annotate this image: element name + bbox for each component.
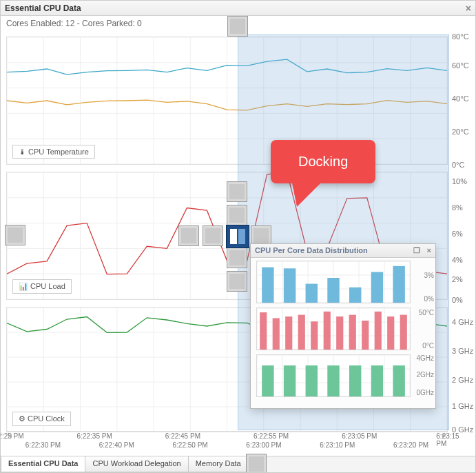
- chart-label-load: 📊 CPU Load: [12, 279, 72, 294]
- svg-rect-87: [273, 318, 280, 350]
- mini-chart-temp: [256, 308, 411, 350]
- y-tick: 0%: [452, 296, 463, 304]
- x-tick: 6:23:00 PM: [246, 441, 281, 449]
- y-tick: 2%: [452, 275, 463, 283]
- mini-chart-load: [256, 261, 411, 303]
- svg-rect-113: [349, 365, 361, 396]
- tab-memory-data[interactable]: Memory Data: [188, 456, 249, 472]
- y-tick: 3 GHz: [452, 347, 473, 355]
- mini1-tick-hi: 3%: [424, 272, 434, 279]
- svg-rect-86: [260, 312, 267, 350]
- mini2-tick-hi: 50°C: [419, 309, 434, 316]
- svg-rect-96: [387, 316, 394, 350]
- x-tick: 6:23:20 PM: [393, 441, 428, 449]
- mini2-tick-lo: 0°C: [422, 342, 434, 350]
- svg-rect-114: [371, 365, 383, 396]
- tab-cpu-workload-delegation[interactable]: CPU Workload Delegation: [85, 456, 188, 472]
- docking-callout: Docking: [271, 140, 375, 183]
- floating-panel-body: 3% 0% 50°C 0°C 4GHz 2GHz 0GHz: [251, 258, 435, 408]
- floating-panel-title: CPU Per Core Data Distribution: [255, 246, 368, 254]
- dock-anchor-up-inner[interactable]: [227, 205, 247, 225]
- svg-rect-69: [284, 268, 296, 303]
- y-tick: 20°C: [452, 128, 469, 136]
- svg-rect-73: [371, 272, 383, 303]
- tab-bar: Essential CPU DataCPU Workload Delegatio…: [1, 456, 475, 472]
- svg-rect-109: [262, 365, 273, 396]
- x-tick: 6:22:40 PM: [99, 441, 134, 449]
- dock-anchor-left-edge[interactable]: [5, 225, 25, 245]
- tab-essential-cpu-data[interactable]: Essential CPU Data: [1, 456, 85, 472]
- mini3-tick-lo: 0GHz: [416, 389, 434, 396]
- y-tick: 6%: [452, 230, 463, 238]
- svg-rect-112: [327, 365, 339, 396]
- callout-bubble: Docking: [271, 140, 375, 183]
- chart-temperature[interactable]: 🌡 CPU Temperature: [6, 37, 448, 165]
- y-tick: 0°C: [452, 161, 464, 169]
- y-tick: 80°C: [452, 32, 469, 41]
- y-tick: 2 GHz: [452, 376, 473, 384]
- dock-anchor-center[interactable]: [226, 225, 249, 248]
- y-tick: 60°C: [452, 61, 469, 70]
- mini-chart-clock: [256, 354, 411, 397]
- y-axis: 80°C60°C40°C20°C0°C10%8%6%4%2%0%4 GHz3 G…: [449, 34, 475, 430]
- close-icon[interactable]: ×: [466, 3, 471, 14]
- svg-rect-70: [306, 284, 318, 303]
- mini3-tick-hi: 4GHz: [416, 354, 434, 362]
- svg-rect-111: [306, 365, 318, 396]
- dock-anchor-left[interactable]: [178, 225, 199, 246]
- chart-label-temperature: 🌡 CPU Temperature: [12, 145, 95, 159]
- callout-text: Docking: [298, 154, 348, 169]
- dock-anchor-up[interactable]: [227, 181, 247, 202]
- restore-icon[interactable]: ❐: [413, 246, 420, 255]
- mini1-tick-lo: 0%: [424, 295, 434, 303]
- dock-anchor-left-inner[interactable]: [203, 225, 223, 246]
- y-tick: 1 GHz: [452, 402, 473, 410]
- y-tick: 10%: [452, 177, 467, 185]
- svg-rect-90: [311, 321, 318, 350]
- svg-rect-89: [298, 315, 305, 350]
- scroll-right-icon[interactable]: ►: [441, 432, 448, 439]
- svg-rect-68: [262, 268, 273, 303]
- x-tick: 6:22:50 PM: [173, 441, 208, 449]
- svg-rect-97: [400, 315, 407, 350]
- window-title: Essential CPU Data: [5, 3, 81, 13]
- title-bar[interactable]: Essential CPU Data ×: [1, 1, 475, 16]
- chart-label-clock: ⚙ CPU Clock: [12, 412, 71, 426]
- floating-panel-titlebar[interactable]: CPU Per Core Data Distribution ❐ ×: [251, 244, 435, 258]
- svg-rect-88: [285, 316, 292, 350]
- svg-rect-74: [393, 266, 404, 303]
- x-tick: 6:23:10 PM: [320, 441, 355, 449]
- svg-rect-91: [324, 312, 331, 350]
- floating-panel-per-core[interactable]: CPU Per Core Data Distribution ❐ × 3% 0%…: [250, 243, 436, 409]
- svg-rect-115: [393, 365, 404, 396]
- dock-anchor-down-inner[interactable]: [227, 248, 247, 268]
- y-tick: 4%: [452, 256, 463, 264]
- svg-rect-72: [349, 288, 361, 303]
- y-tick: 4 GHz: [452, 318, 473, 326]
- dock-anchor-down[interactable]: [227, 271, 247, 292]
- horizontal-scrollbar[interactable]: ◄ ►: [6, 431, 448, 438]
- mini3-tick-mid: 2GHz: [416, 371, 434, 379]
- dock-anchor-bottom[interactable]: [246, 454, 267, 473]
- y-tick: 40°C: [452, 94, 469, 103]
- close-icon[interactable]: ×: [427, 246, 431, 254]
- svg-rect-110: [284, 365, 296, 396]
- scroll-left-icon[interactable]: ◄: [6, 432, 13, 439]
- svg-rect-93: [349, 315, 356, 350]
- svg-rect-94: [362, 321, 369, 350]
- svg-rect-71: [327, 278, 339, 303]
- svg-rect-92: [336, 316, 343, 350]
- dock-anchor-top[interactable]: [227, 16, 248, 37]
- x-tick: 6:22:30 PM: [25, 441, 61, 449]
- y-tick: 8%: [452, 203, 463, 212]
- svg-rect-95: [375, 312, 382, 350]
